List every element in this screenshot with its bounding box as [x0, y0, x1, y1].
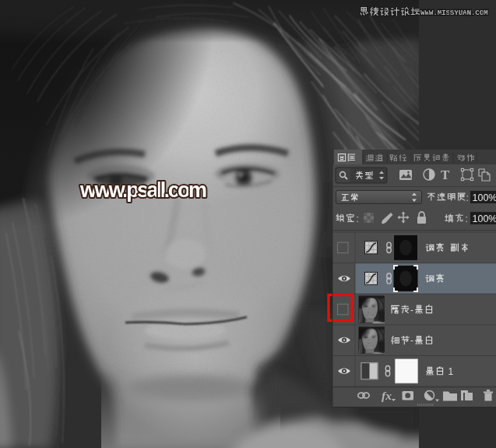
- svg-text:-: -: [410, 305, 413, 316]
- svg-text::: :: [466, 192, 469, 203]
- svg-text:-: -: [410, 335, 413, 346]
- svg-text:www.psall.com: www.psall.com: [79, 178, 207, 202]
- svg-text:100%: 100%: [473, 192, 496, 203]
- svg-text:100%: 100%: [473, 213, 496, 224]
- svg-text::: :: [466, 213, 468, 224]
- svg-text:T: T: [441, 168, 450, 182]
- svg-text:fx: fx: [382, 389, 392, 402]
- svg-text:WWW.MISSYUAN.COM: WWW.MISSYUAN.COM: [420, 9, 488, 17]
- svg-text:1: 1: [449, 366, 454, 377]
- svg-text::: :: [357, 213, 359, 224]
